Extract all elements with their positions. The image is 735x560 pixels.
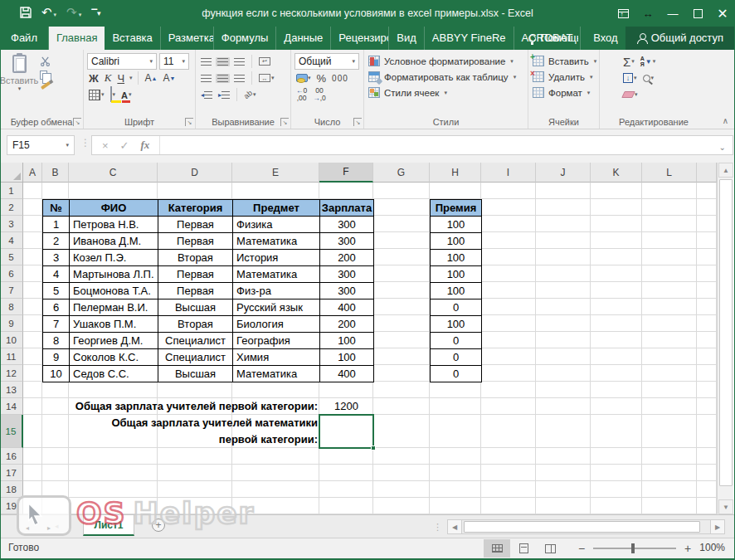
- cell[interactable]: 10: [43, 366, 70, 382]
- row-header-8[interactable]: 8: [0, 299, 23, 315]
- formula-bar-handle[interactable]: ⋮: [80, 137, 90, 149]
- undo-icon[interactable]: ↶▾: [41, 6, 56, 22]
- fill-color-button[interactable]: ▾: [109, 86, 118, 103]
- dialog-launcher-icon[interactable]: ↘: [73, 118, 81, 126]
- cell[interactable]: 0: [431, 366, 482, 382]
- cell[interactable]: Вторая: [158, 316, 233, 333]
- column-header-j[interactable]: J: [536, 163, 591, 183]
- collapse-ribbon-icon[interactable]: ∧: [723, 116, 728, 125]
- row-header-7[interactable]: 7: [0, 282, 23, 299]
- conditional-formatting-button[interactable]: Условное форматирование▾: [364, 53, 528, 69]
- cell[interactable]: Вторая: [158, 250, 233, 266]
- autosum-button[interactable]: Σ▾: [621, 55, 636, 69]
- help-button[interactable]: Помощь: [521, 27, 586, 50]
- share-button[interactable]: Общий доступ: [625, 27, 735, 50]
- sign-in-button[interactable]: Вход: [586, 27, 625, 50]
- cell[interactable]: Высшая: [158, 366, 233, 382]
- increase-indent-button[interactable]: ▸: [217, 90, 231, 100]
- cell[interactable]: Первая: [158, 266, 233, 283]
- cell[interactable]: Первая: [158, 233, 233, 250]
- fill-handle[interactable]: [371, 446, 376, 450]
- zoom-in-button[interactable]: +: [683, 542, 693, 555]
- cell[interactable]: 100: [431, 266, 482, 283]
- align-center-button[interactable]: [216, 74, 230, 83]
- cell[interactable]: 1: [43, 217, 70, 233]
- find-select-button[interactable]: ▾: [641, 74, 656, 83]
- cell[interactable]: 100: [431, 250, 482, 266]
- clear-button[interactable]: ▾: [621, 90, 640, 99]
- paste-button[interactable]: Вставить ▾: [0, 53, 38, 92]
- shrink-font-button[interactable]: А▼: [162, 71, 178, 85]
- cell[interactable]: 400: [320, 299, 374, 316]
- tab-insert[interactable]: Вставка: [105, 27, 160, 50]
- cell[interactable]: Предмет: [233, 200, 320, 217]
- cell[interactable]: 0: [431, 333, 482, 349]
- tab-page-layout[interactable]: Разметка стра: [161, 27, 214, 50]
- page-layout-view-button[interactable]: [510, 539, 537, 558]
- vertical-scrollbar[interactable]: ▲ ▼: [717, 163, 733, 514]
- cell[interactable]: Высшая: [158, 299, 233, 316]
- cell-styles-button[interactable]: Стили ячеек▾: [364, 85, 528, 100]
- align-middle-button[interactable]: [216, 57, 230, 66]
- column-header-a[interactable]: A: [23, 163, 42, 183]
- scroll-up-icon[interactable]: ▲: [718, 163, 733, 178]
- cell[interactable]: 100: [431, 316, 482, 333]
- cell[interactable]: Петрова Н.В.: [70, 217, 158, 233]
- scrollbar-resize-handle[interactable]: ⋮: [433, 522, 442, 533]
- zoom-slider[interactable]: [593, 548, 676, 549]
- row-header-13[interactable]: 13: [0, 382, 23, 398]
- cell[interactable]: Первая: [158, 217, 233, 233]
- select-all-corner[interactable]: [0, 163, 23, 183]
- wrap-text-button[interactable]: ↩: [257, 56, 272, 66]
- row-header-9[interactable]: 9: [0, 315, 23, 332]
- borders-button[interactable]: ▾: [87, 89, 106, 101]
- underline-button[interactable]: Ч: [115, 71, 126, 85]
- save-icon[interactable]: [20, 7, 32, 21]
- cell[interactable]: 0: [431, 349, 482, 366]
- cell[interactable]: География: [233, 333, 320, 349]
- cell[interactable]: 4: [43, 266, 70, 283]
- font-size-select[interactable]: 11▾: [159, 53, 189, 70]
- zoom-level[interactable]: 100%: [699, 542, 725, 553]
- cell[interactable]: 100: [431, 217, 482, 233]
- merge-center-button[interactable]: ↔▾: [257, 73, 276, 83]
- font-color-button[interactable]: А▾: [119, 86, 133, 103]
- cell[interactable]: 6: [43, 299, 70, 316]
- decrease-indent-button[interactable]: ◂: [199, 90, 214, 100]
- thousands-button[interactable]: 000: [330, 73, 350, 84]
- cell[interactable]: Ушаков П.М.: [70, 316, 158, 333]
- cell[interactable]: 300: [320, 266, 374, 283]
- cell[interactable]: Категория: [158, 200, 233, 217]
- format-painter-button[interactable]: [38, 83, 53, 88]
- active-cell-f15[interactable]: [319, 414, 374, 449]
- cell[interactable]: 100: [320, 349, 374, 366]
- tab-home[interactable]: Главная: [49, 27, 105, 50]
- cell[interactable]: Пелерман В.И.: [70, 299, 158, 316]
- cell[interactable]: Первая: [158, 283, 233, 299]
- cell[interactable]: Русский язык: [233, 299, 320, 316]
- summary-value-1[interactable]: 1200: [319, 398, 373, 415]
- horizontal-scrollbar[interactable]: ⋮ ◀ ▶: [433, 519, 725, 534]
- bold-button[interactable]: Ж: [87, 71, 100, 85]
- cut-button[interactable]: [38, 55, 53, 67]
- cell[interactable]: 9: [43, 349, 70, 366]
- column-header-partial[interactable]: [697, 163, 717, 183]
- font-name-select[interactable]: Calibri▾: [87, 53, 157, 70]
- format-cells-button[interactable]: Формат▾: [528, 85, 599, 100]
- number-format-select[interactable]: Общий▾: [294, 53, 359, 70]
- row-header-2[interactable]: 2: [0, 199, 23, 216]
- column-header-d[interactable]: D: [158, 163, 232, 183]
- cell[interactable]: Иванова Д.М.: [70, 233, 158, 250]
- horizontal-scroll-thumb[interactable]: [464, 521, 700, 533]
- cell[interactable]: Седов С.С.: [70, 366, 158, 382]
- tab-view[interactable]: Вид: [389, 27, 425, 50]
- increase-decimal-button[interactable]: ←0,00: [294, 86, 309, 103]
- cell[interactable]: Боцмонова Т.А.: [70, 283, 158, 299]
- row-header-12[interactable]: 12: [0, 365, 23, 382]
- column-header-i[interactable]: I: [481, 163, 536, 183]
- fill-button[interactable]: ↓▾: [621, 72, 639, 84]
- insert-cells-button[interactable]: + Вставить▾: [528, 53, 599, 69]
- cell[interactable]: Мартынова Л.П.: [70, 266, 158, 283]
- column-header-g[interactable]: G: [373, 163, 430, 183]
- tab-file[interactable]: Файл: [0, 27, 49, 50]
